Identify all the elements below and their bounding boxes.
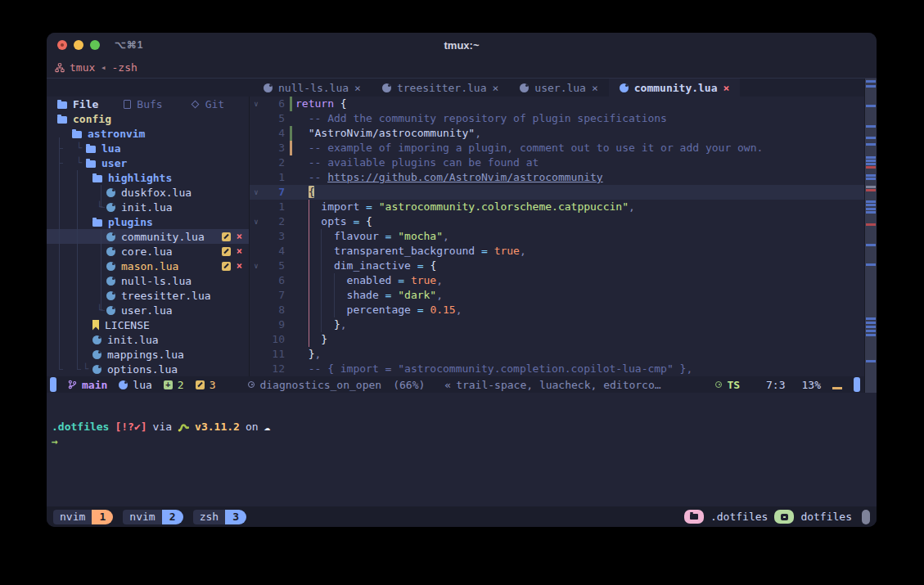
tmux-window-zsh-3[interactable]: zsh3 <box>193 510 246 524</box>
formatters-segment[interactable]: « trail-space, luacheck, editorco… <box>444 379 660 391</box>
tree-label: astronvim <box>88 128 145 140</box>
code-line[interactable]: 1 import = "astrocommunity.colorscheme.c… <box>250 200 877 214</box>
neotree-source-bufs[interactable]: Bufs <box>124 98 182 110</box>
tree-item-astronvim[interactable]: astronvim <box>47 126 249 141</box>
git-branch-segment[interactable]: main <box>68 379 107 391</box>
tree-badges: × <box>222 262 242 271</box>
code-line[interactable]: 2 -- available plugins can be found at <box>250 155 877 170</box>
token-op: = <box>411 304 430 316</box>
token-bool: true <box>494 245 520 257</box>
code-line[interactable]: ∨6return { <box>250 97 877 111</box>
fold-column <box>250 200 263 214</box>
diagnostics-segment[interactable]: diagnostics_on_open (66%) <box>248 379 425 391</box>
filetype-label: lua <box>133 379 151 391</box>
git-added-segment[interactable]: + 2 <box>164 379 184 391</box>
unsaved-close-icon[interactable]: × <box>237 232 242 241</box>
line-number: 5 <box>263 259 285 273</box>
line-number: 6 <box>263 273 285 288</box>
tab-close-icon[interactable]: × <box>592 82 598 94</box>
git-sign-column <box>285 200 295 214</box>
git-changed-segment[interactable]: 3 <box>196 379 216 391</box>
token-op: = <box>379 230 398 242</box>
tmux-window-nvim-2[interactable]: nvim2 <box>123 510 183 524</box>
unsaved-close-icon[interactable]: × <box>237 262 242 271</box>
statusline-left-cap <box>50 377 56 392</box>
treesitter-segment[interactable]: TS <box>715 379 740 391</box>
git-sign-column <box>285 347 295 362</box>
neotree-source-git[interactable]: Git <box>191 98 249 110</box>
session-bar[interactable]: tmux ◀ -zsh <box>47 57 877 79</box>
buffer-tab-null-ls.lua[interactable]: null-ls.lua× <box>253 79 372 97</box>
git-sign-column <box>285 332 295 347</box>
tree-label: config <box>73 113 111 125</box>
unsaved-close-icon[interactable]: × <box>237 247 242 256</box>
modified-badge-icon <box>222 232 231 241</box>
code-line[interactable]: 6 enabled = true, <box>250 273 877 288</box>
fold-arrow-icon[interactable]: ∨ <box>250 185 263 200</box>
code-line[interactable]: 3 flavour = "mocha", <box>250 229 877 244</box>
tree-label: user.lua <box>121 304 173 317</box>
tree-label: duskfox.lua <box>121 187 192 199</box>
code-line[interactable]: 4 "AstroNvim/astrocommunity", <box>250 126 877 141</box>
tree-item-user[interactable]: └user <box>47 155 249 170</box>
code-line[interactable]: 7 shade = "dark", <box>250 288 877 303</box>
editor[interactable]: ∨6return {5 -- Add the community reposit… <box>250 97 877 376</box>
scrollbar-mark <box>866 105 876 107</box>
code-line[interactable]: 9 }, <box>250 317 877 332</box>
tree-indent-guide <box>101 207 105 208</box>
code-line[interactable]: 1 -- https://github.com/AstroNvim/astroc… <box>250 170 877 185</box>
tree-item-config[interactable]: config <box>47 111 249 126</box>
line-number: 1 <box>263 200 285 214</box>
git-sign-column <box>285 141 295 155</box>
filetype-segment[interactable]: lua <box>119 379 151 391</box>
code-line[interactable]: 4 transparent_background = true, <box>250 244 877 259</box>
line-number: 4 <box>263 126 285 141</box>
tab-close-icon[interactable]: × <box>354 82 361 94</box>
token-str: "astrocommunity.colorscheme.catppuccin" <box>379 200 629 213</box>
tree-corner-guide: └ <box>76 142 82 154</box>
shell-pane[interactable]: .dotfiles [!?✔] via v3.11.2 on ☁ → <box>47 393 877 506</box>
tab-close-icon[interactable]: × <box>493 82 499 94</box>
tree-indent-guide <box>101 310 105 311</box>
buffer-tab-user.lua[interactable]: user.lua× <box>509 79 608 97</box>
code-line[interactable]: ∨5 dim_inactive = { <box>250 259 877 273</box>
fold-column <box>250 229 263 244</box>
fold-column <box>250 155 263 170</box>
token-bool: true <box>411 274 436 286</box>
token-op: = <box>347 215 366 227</box>
fold-arrow-icon[interactable]: ∨ <box>250 259 263 273</box>
buffer-tab-community.lua[interactable]: community.lua× <box>609 79 741 97</box>
code-line[interactable]: ∨2 opts = { <box>250 214 877 229</box>
prompt-git-status: [!?✔] <box>115 421 146 433</box>
code-text: enabled = true, <box>295 273 443 288</box>
code-line[interactable]: 10 } <box>250 332 877 347</box>
fold-column <box>250 288 263 303</box>
buffer-tab-treesitter.lua[interactable]: treesitter.lua× <box>372 79 509 97</box>
tab-label: user.lua <box>534 82 586 94</box>
code-line[interactable]: 12 -- { import = "astrocommunity.complet… <box>250 362 877 376</box>
lua-icon <box>92 350 101 359</box>
lua-icon <box>382 83 391 92</box>
neotree-source-file[interactable]: File <box>57 98 115 110</box>
tree-item-lua[interactable]: └lua <box>47 141 249 155</box>
token-id: dim_inactive <box>295 259 411 272</box>
lua-icon <box>106 291 115 300</box>
code-line[interactable]: 8 percentage = 0.15, <box>250 303 877 317</box>
tree-label: treesitter.lua <box>121 290 211 302</box>
code-line[interactable]: ∨7 { <box>250 185 877 200</box>
prompt-input-line[interactable]: → <box>52 434 877 448</box>
git-sign-add <box>290 97 292 111</box>
code-text: "AstroNvim/astrocommunity", <box>295 126 481 141</box>
scrollbar-mark <box>866 317 876 320</box>
code-line[interactable]: 3 -- example of imporing a plugin, comme… <box>250 141 877 155</box>
code-line[interactable]: 11 }, <box>250 347 877 362</box>
scrollbar[interactable] <box>864 79 877 393</box>
code-line[interactable]: 5 -- Add the community repository of plu… <box>250 111 877 126</box>
token-op: = <box>391 274 410 286</box>
tree-label: mason.lua <box>121 260 178 272</box>
tab-close-icon[interactable]: × <box>723 82 730 94</box>
tmux-window-nvim-1[interactable]: nvim1 <box>53 510 113 524</box>
fold-arrow-icon[interactable]: ∨ <box>250 97 263 111</box>
line-number: 8 <box>263 303 285 317</box>
fold-arrow-icon[interactable]: ∨ <box>250 214 263 229</box>
